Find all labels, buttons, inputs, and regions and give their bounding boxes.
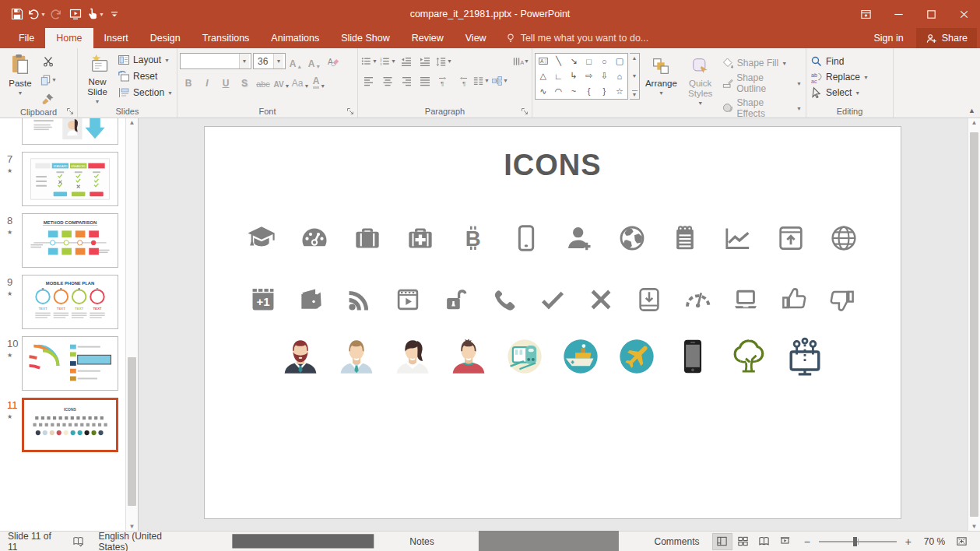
replace-button[interactable]: abacReplace▼ — [809, 70, 890, 84]
zoom-slider-thumb[interactable] — [853, 537, 857, 546]
shape-freeform-icon[interactable]: ⌂ — [612, 68, 627, 83]
wallet-icon[interactable] — [297, 285, 326, 314]
tab-insert[interactable]: Insert — [93, 28, 139, 48]
bitcoin-icon[interactable]: B — [458, 223, 489, 254]
shape-star-icon[interactable]: ☆ — [612, 84, 627, 99]
tab-design[interactable]: Design — [139, 28, 191, 48]
thumbnail-slide-6-partial[interactable] — [22, 118, 118, 145]
find-button[interactable]: Find — [809, 54, 890, 68]
wireframe-globe-icon[interactable] — [828, 223, 859, 254]
shrink-font-button[interactable]: A▼ — [306, 53, 323, 69]
shape-fill-button[interactable]: Shape Fill▼ — [720, 56, 803, 70]
align-left-button[interactable] — [360, 72, 378, 89]
decrease-indent-button[interactable] — [398, 53, 415, 69]
italic-button[interactable]: I — [198, 72, 216, 89]
scroll-down-icon[interactable]: ▼ — [971, 523, 978, 530]
scrollbar-thumb[interactable] — [128, 357, 136, 506]
language-indicator[interactable]: English (United States) — [98, 531, 185, 551]
maximize-button[interactable] — [915, 0, 947, 28]
thumbnail-slide-7[interactable]: STANDARDENHANCED — [22, 152, 118, 206]
shapes-gallery-scrollbar[interactable]: ▲ ▼ ▼ — [630, 53, 641, 100]
redo-button[interactable] — [47, 4, 65, 24]
thumbnail-slide-8[interactable]: METHOD COMPARISON — [22, 213, 118, 268]
slideshow-button[interactable] — [775, 533, 796, 550]
zoom-out-button[interactable]: − — [802, 535, 813, 548]
shape-oval-icon[interactable]: ○ — [597, 54, 613, 68]
gallery-more-icon[interactable]: ▼ — [632, 90, 638, 97]
download-box-icon[interactable] — [634, 285, 664, 314]
select-button[interactable]: Select▼ — [809, 86, 890, 100]
undo-button[interactable]: ▼ — [27, 4, 46, 24]
start-slideshow-button[interactable] — [66, 4, 85, 24]
shape-textbox-icon[interactable]: A — [536, 54, 551, 68]
slide-sorter-button[interactable] — [732, 533, 753, 550]
black-smartphone-icon[interactable] — [673, 336, 713, 377]
align-center-button[interactable] — [379, 72, 396, 89]
thumbs-down-icon[interactable] — [827, 285, 857, 314]
shape-arrow-icon[interactable]: ↘ — [566, 54, 581, 68]
bullets-button[interactable]: ▼ — [360, 53, 378, 69]
zoom-slider[interactable] — [819, 541, 897, 542]
save-button[interactable] — [8, 4, 26, 24]
zoom-in-button[interactable]: + — [903, 535, 914, 548]
canvas-scrollbar[interactable]: ▲ ▼ — [968, 118, 980, 531]
convert-to-smartart-button[interactable]: ▼ — [491, 72, 508, 89]
shape-triangle-icon[interactable]: △ — [536, 68, 551, 83]
ribbon-display-options-button[interactable] — [849, 0, 882, 28]
new-slide-button[interactable]: New Slide ▼ — [80, 50, 114, 105]
text-direction-button[interactable]: A▼ — [512, 53, 529, 69]
tab-slide-show[interactable]: Slide Show — [330, 28, 401, 48]
arrange-button[interactable]: Arrange ▼ — [641, 53, 680, 97]
cross-icon[interactable] — [586, 285, 616, 314]
change-case-button[interactable]: Aa▼ — [292, 72, 309, 89]
phone-handset-icon[interactable] — [490, 285, 519, 314]
shape-arc-icon[interactable]: ◠ — [551, 84, 567, 99]
thumbnail-slide-9[interactable]: MOBILE PHONE PLANTEXTTEXTTEXTTEXT — [22, 275, 118, 329]
clipboard-dialog-launcher[interactable] — [66, 107, 74, 115]
shape-rounded-rectangle-icon[interactable]: ▢ — [612, 54, 627, 68]
character-spacing-button[interactable]: AV▼ — [273, 72, 290, 89]
video-player-icon[interactable] — [393, 285, 423, 314]
sign-in-link[interactable]: Sign in — [864, 33, 912, 44]
avatar-man-blue-shirt-icon[interactable] — [336, 336, 377, 377]
checkmark-icon[interactable] — [538, 285, 567, 314]
paste-button[interactable]: Paste ▼ — [2, 50, 38, 97]
share-button[interactable]: Share — [916, 28, 977, 48]
smartphone-icon[interactable] — [511, 223, 542, 254]
line-chart-icon[interactable] — [722, 223, 753, 254]
rtl-button[interactable]: ¶ — [454, 72, 471, 89]
touch-mode-button[interactable]: ▼ — [86, 4, 104, 24]
tab-view[interactable]: View — [455, 28, 497, 48]
ship-badge-icon[interactable] — [560, 336, 601, 377]
green-tree-icon[interactable] — [729, 336, 769, 377]
close-button[interactable] — [947, 0, 980, 28]
numbering-button[interactable]: 123▼ — [379, 53, 396, 69]
briefcase-icon[interactable] — [352, 223, 383, 254]
shape-elbow-icon[interactable]: ∟ — [551, 68, 567, 83]
scroll-up-icon[interactable]: ▲ — [971, 119, 978, 126]
strikethrough-button[interactable]: abc — [255, 72, 272, 89]
spellcheck-button[interactable] — [72, 535, 84, 547]
slide-title[interactable]: ICONS — [205, 149, 901, 182]
tab-animations[interactable]: Animations — [260, 28, 330, 48]
speedometer-icon[interactable] — [299, 223, 330, 254]
monitor-network-icon[interactable] — [785, 336, 825, 377]
text-shadow-button[interactable]: S — [236, 72, 253, 89]
train-badge-icon[interactable] — [504, 336, 545, 377]
calendar-plus-one-icon[interactable]: +1 — [248, 285, 278, 314]
fit-slide-button[interactable] — [951, 533, 972, 550]
columns-button[interactable]: ▼ — [472, 72, 490, 89]
avatar-bearded-man-icon[interactable] — [280, 336, 321, 377]
zoom-level[interactable]: 70 % — [920, 536, 945, 547]
shape-outline-button[interactable]: Shape Outline▼ — [720, 72, 803, 95]
normal-view-button[interactable] — [712, 533, 733, 550]
thumbnail-scrollbar[interactable]: ▲ ▼ — [125, 118, 138, 531]
slide-indicator[interactable]: Slide 11 of 11 — [8, 531, 58, 551]
airplane-badge-icon[interactable] — [616, 336, 657, 377]
scroll-down-icon[interactable]: ▼ — [129, 523, 135, 530]
bold-button[interactable]: B — [180, 72, 197, 89]
justify-button[interactable] — [416, 72, 434, 89]
tab-home[interactable]: Home — [45, 28, 93, 48]
shape-left-brace-icon[interactable]: { — [581, 84, 597, 99]
thumbnail-slide-10[interactable] — [22, 336, 118, 391]
